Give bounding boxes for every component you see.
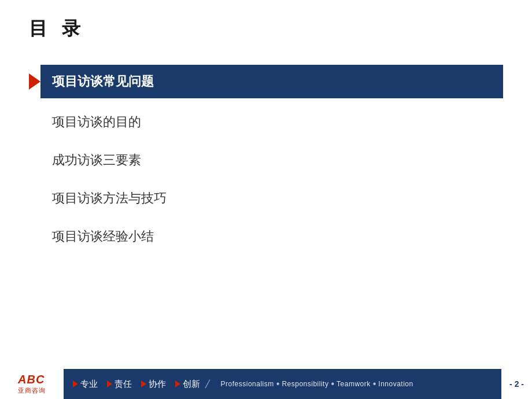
dot-2: • bbox=[331, 379, 334, 389]
footer-nav-item-3: 协作 bbox=[141, 379, 166, 390]
footer-nav-item-2: 责任 bbox=[107, 379, 132, 390]
footer-english-section: Professionalism • Responsibility • Teamw… bbox=[215, 379, 419, 389]
dot-3: • bbox=[373, 379, 376, 389]
footer-nav-item-1: 专业 bbox=[73, 379, 98, 390]
logo: ABC 亚商咨询 bbox=[18, 373, 46, 395]
menu-item-1[interactable]: 项目访谈的目的 bbox=[29, 103, 503, 141]
logo-abc-text: ABC bbox=[18, 373, 45, 386]
footer-nav-item-4: 创新 bbox=[175, 379, 200, 390]
footer-english-2: Responsibility bbox=[282, 380, 328, 388]
footer-arrow-2 bbox=[107, 380, 112, 387]
footer-english-4: Innovation bbox=[378, 380, 413, 388]
page-title: 目 录 bbox=[29, 16, 503, 42]
footer-arrow-3 bbox=[141, 380, 146, 387]
footer-english-3: Teamwork bbox=[337, 380, 371, 388]
active-menu-row: 项目访谈常见问题 bbox=[29, 65, 503, 98]
main-content: 项目访谈常见问题 项目访谈的目的 成功访谈三要素 项目访谈方法与技巧 项目访谈经… bbox=[0, 53, 532, 369]
footer-nav-label-4: 创新 bbox=[183, 379, 200, 390]
page-number-text: - 2 - bbox=[509, 379, 524, 389]
footer-arrow-1 bbox=[73, 380, 78, 387]
footer-english-1: Professionalism bbox=[221, 380, 274, 388]
footer-nav: 专业 责任 协作 创新 / Professionalism • Responsi… bbox=[64, 378, 501, 391]
diagonal-separator: / bbox=[204, 378, 211, 391]
logo-chinese-text: 亚商咨询 bbox=[18, 386, 46, 395]
active-arrow-icon bbox=[29, 73, 40, 90]
footer-nav-label-3: 协作 bbox=[149, 379, 166, 390]
active-menu-label[interactable]: 项目访谈常见问题 bbox=[40, 65, 503, 98]
header: 目 录 bbox=[0, 0, 532, 53]
dot-1: • bbox=[276, 379, 280, 389]
slide-container: 目 录 项目访谈常见问题 项目访谈的目的 成功访谈三要素 项目访谈方法与技巧 项… bbox=[0, 0, 532, 399]
menu-item-4[interactable]: 项目访谈经验小结 bbox=[29, 217, 503, 256]
footer-arrow-4 bbox=[175, 380, 180, 387]
footer-logo-area: ABC 亚商咨询 bbox=[0, 369, 64, 399]
page-number: - 2 - bbox=[501, 369, 532, 399]
menu-item-2[interactable]: 成功访谈三要素 bbox=[29, 141, 503, 179]
footer: ABC 亚商咨询 专业 责任 协作 创新 / bbox=[0, 369, 532, 399]
footer-nav-label-2: 责任 bbox=[114, 379, 132, 390]
footer-nav-label-1: 专业 bbox=[80, 379, 98, 390]
menu-item-3[interactable]: 项目访谈方法与技巧 bbox=[29, 179, 503, 217]
